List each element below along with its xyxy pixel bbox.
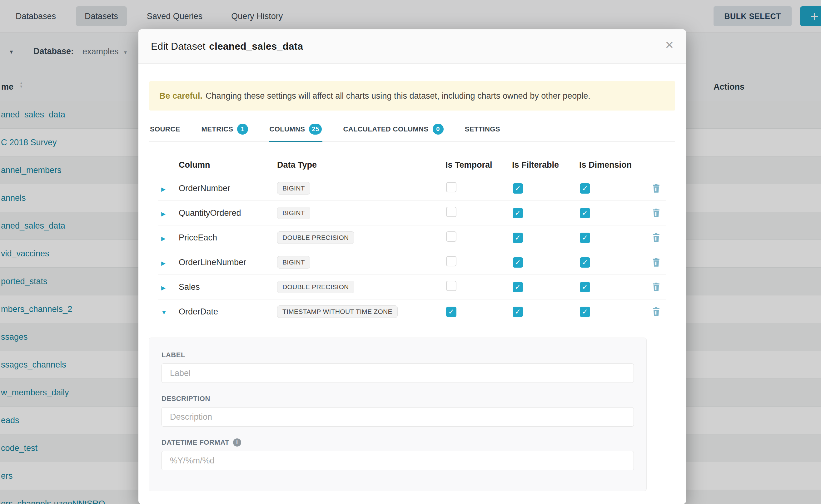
trash-icon: [652, 282, 660, 292]
is-filterable-checkbox[interactable]: ✓: [513, 183, 523, 194]
tab-metrics[interactable]: METRICS1: [201, 124, 249, 142]
is-temporal-checkbox[interactable]: ✓: [446, 307, 457, 317]
column-name: PriceEach: [179, 233, 217, 242]
is-temporal-checkbox[interactable]: [446, 231, 457, 242]
delete-column-icon[interactable]: [652, 233, 660, 242]
column-header-is-dimension: Is Dimension: [579, 160, 646, 170]
expand-caret-icon[interactable]: ▶: [161, 211, 166, 217]
columns-table-body: ▶OrderNumberBIGINT✓✓▶QuantityOrderedBIGI…: [158, 176, 666, 324]
description-field: DESCRIPTION: [161, 395, 634, 427]
expand-caret-icon[interactable]: ▶: [161, 186, 166, 192]
datetime-format-field: DATETIME FORMAT i: [161, 438, 634, 470]
label-field: LABEL: [161, 351, 634, 383]
warning-banner: Be careful. Changing these settings will…: [149, 81, 675, 111]
modal-title-dataset-name: cleaned_sales_data: [209, 41, 303, 52]
is-dimension-checkbox[interactable]: ✓: [580, 257, 590, 268]
delete-column-icon[interactable]: [652, 184, 660, 193]
column-name: OrderLineNumber: [179, 258, 246, 267]
expand-caret-icon[interactable]: ▶: [161, 235, 166, 242]
is-dimension-checkbox[interactable]: ✓: [580, 282, 590, 292]
warning-text: Changing these settings will affect all …: [205, 91, 591, 101]
columns-table-header: Column Data Type Is Temporal Is Filterab…: [158, 142, 666, 176]
datetime-format-input[interactable]: [161, 451, 634, 470]
tab-label: METRICS: [201, 125, 233, 133]
is-dimension-checkbox[interactable]: ✓: [580, 183, 590, 194]
data-type-pill: DOUBLE PRECISION: [277, 231, 354, 244]
modal-title: Edit Dataset: [151, 41, 205, 52]
is-temporal-checkbox[interactable]: [446, 256, 457, 266]
column-detail-panel: LABEL DESCRIPTION DATETIME FORMAT i: [149, 338, 647, 491]
label-input[interactable]: [161, 363, 634, 383]
column-header-is-filterable: Is Filterable: [512, 160, 579, 170]
delete-column-icon[interactable]: [652, 258, 660, 267]
tab-settings[interactable]: SETTINGS: [464, 124, 501, 142]
column-name: OrderDate: [179, 307, 218, 316]
delete-column-icon[interactable]: [652, 307, 660, 316]
column-row-ordernumber: ▶OrderNumberBIGINT✓✓: [158, 176, 666, 201]
expand-caret-icon[interactable]: ▶: [161, 260, 166, 266]
trash-icon: [652, 307, 660, 316]
data-type-pill: BIGINT: [277, 207, 310, 219]
warning-emphasis: Be careful.: [159, 91, 202, 101]
tab-calculated-columns[interactable]: CALCULATED COLUMNS0: [342, 124, 444, 142]
data-type-pill: DOUBLE PRECISION: [277, 281, 354, 293]
column-row-sales: ▶SalesDOUBLE PRECISION✓✓: [158, 275, 666, 299]
tab-columns[interactable]: COLUMNS25: [269, 124, 322, 142]
label-field-label: LABEL: [161, 351, 634, 359]
expand-caret-icon[interactable]: ▶: [161, 285, 166, 291]
tab-label: COLUMNS: [269, 125, 305, 133]
description-input[interactable]: [161, 407, 634, 427]
is-temporal-checkbox[interactable]: [446, 281, 457, 291]
column-row-priceeach: ▶PriceEachDOUBLE PRECISION✓✓: [158, 225, 666, 250]
delete-column-icon[interactable]: [652, 208, 660, 218]
is-filterable-checkbox[interactable]: ✓: [513, 282, 523, 292]
screen: DatabasesDatasetsSaved QueriesQuery Hist…: [0, 0, 821, 504]
is-temporal-checkbox[interactable]: [446, 207, 457, 217]
tab-label: CALCULATED COLUMNS: [343, 125, 428, 133]
column-name: Sales: [179, 282, 200, 292]
column-header-column: Column: [179, 160, 277, 170]
tab-label: SETTINGS: [465, 125, 500, 133]
column-row-quantityordered: ▶QuantityOrderedBIGINT✓✓: [158, 201, 666, 225]
trash-icon: [652, 208, 660, 218]
column-header-data-type: Data Type: [277, 160, 446, 170]
field-label-text: DATETIME FORMAT: [161, 438, 229, 447]
tab-label: SOURCE: [150, 125, 180, 133]
trash-icon: [652, 184, 660, 193]
field-label-text: LABEL: [161, 351, 185, 359]
is-dimension-checkbox[interactable]: ✓: [580, 233, 590, 243]
description-field-label: DESCRIPTION: [161, 395, 634, 403]
is-dimension-checkbox[interactable]: ✓: [580, 307, 590, 317]
is-filterable-checkbox[interactable]: ✓: [513, 257, 523, 268]
column-header-is-temporal: Is Temporal: [446, 160, 512, 170]
columns-table: Column Data Type Is Temporal Is Filterab…: [158, 142, 666, 324]
data-type-pill: BIGINT: [277, 182, 310, 195]
close-icon[interactable]: ×: [665, 37, 674, 52]
is-dimension-checkbox[interactable]: ✓: [580, 208, 590, 218]
modal-header: Edit Dataset cleaned_sales_data ×: [138, 29, 686, 64]
field-label-text: DESCRIPTION: [161, 395, 210, 403]
datetime-format-field-label: DATETIME FORMAT i: [161, 438, 634, 447]
data-type-pill: TIMESTAMP WITHOUT TIME ZONE: [277, 305, 398, 318]
is-filterable-checkbox[interactable]: ✓: [513, 208, 523, 218]
info-icon[interactable]: i: [233, 438, 241, 447]
edit-dataset-modal: Edit Dataset cleaned_sales_data × Be car…: [138, 29, 686, 504]
tab-source[interactable]: SOURCE: [149, 124, 181, 142]
collapse-caret-icon[interactable]: ▼: [161, 309, 167, 316]
tab-count-badge: 1: [237, 124, 248, 135]
trash-icon: [652, 233, 660, 242]
column-name: QuantityOrdered: [179, 208, 241, 218]
tab-count-badge: 0: [433, 124, 444, 135]
is-filterable-checkbox[interactable]: ✓: [513, 307, 523, 317]
data-type-pill: BIGINT: [277, 256, 310, 269]
trash-icon: [652, 258, 660, 267]
column-name: OrderNumber: [179, 184, 230, 193]
is-filterable-checkbox[interactable]: ✓: [513, 233, 523, 243]
is-temporal-checkbox[interactable]: [446, 182, 457, 192]
delete-column-icon[interactable]: [652, 282, 660, 292]
modal-tabs: SOURCEMETRICS1COLUMNS25CALCULATED COLUMN…: [149, 124, 675, 142]
column-row-orderlinenumber: ▶OrderLineNumberBIGINT✓✓: [158, 250, 666, 275]
tab-count-badge: 25: [309, 124, 322, 135]
column-row-orderdate: ▼OrderDateTIMESTAMP WITHOUT TIME ZONE✓✓✓: [158, 299, 666, 324]
